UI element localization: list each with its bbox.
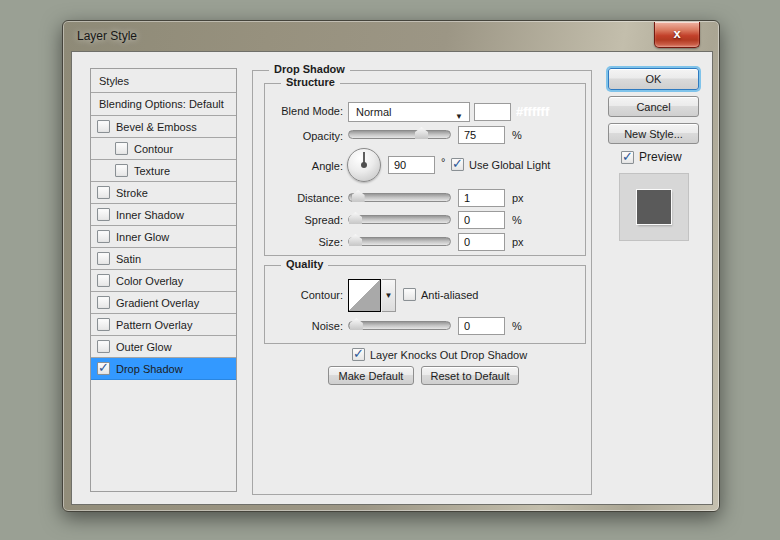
sidebar-item-label: Satin [116,253,141,265]
color-annotation: #ffffff [516,104,549,119]
distance-unit: px [512,192,524,204]
use-global-light-checkbox[interactable] [451,158,464,171]
sidebar-item-satin[interactable]: Satin [91,248,236,270]
sidebar-item-color-overlay[interactable]: Color Overlay [91,270,236,292]
sidebar-item-label: Inner Glow [116,231,169,243]
slider-knob[interactable] [350,318,363,330]
dialog-content: Styles Blending Options: Default Bevel &… [71,51,713,505]
preview-label: Preview [639,150,682,164]
style-preview-thumbnail [619,173,689,241]
checkbox[interactable] [97,208,110,221]
sidebar-item-gradient-overlay[interactable]: Gradient Overlay [91,292,236,314]
contour-thumbnail[interactable] [348,279,381,312]
checkbox[interactable] [97,186,110,199]
sidebar-item-label: Color Overlay [116,275,183,287]
noise-label: Noise: [265,320,343,332]
layer-style-dialog: Layer Style x Styles Blending Options: D… [62,20,720,512]
reset-to-default-button[interactable]: Reset to Default [421,366,519,385]
checkbox[interactable] [97,318,110,331]
sidebar-item-stroke[interactable]: Stroke [91,182,236,204]
shadow-color-swatch[interactable] [474,103,511,121]
styles-list: Styles Blending Options: Default Bevel &… [90,68,237,492]
quality-title: Quality [281,258,328,270]
sidebar-item-bevel-emboss[interactable]: Bevel & Emboss [91,116,236,138]
close-button[interactable]: x [654,22,700,48]
layer-knocks-out-checkbox[interactable] [352,348,365,361]
checkbox[interactable] [97,230,110,243]
drop-shadow-panel: Drop Shadow Structure Blend Mode: Normal… [252,70,592,495]
preview-checkbox[interactable] [621,151,634,164]
distance-label: Distance: [265,192,343,204]
noise-slider[interactable] [348,321,451,330]
sidebar-item-blending-options[interactable]: Blending Options: Default [91,93,236,116]
angle-center-dot [361,162,367,168]
slider-knob[interactable] [415,127,428,139]
blend-mode-label: Blend Mode: [265,105,343,117]
layer-knocks-out-label: Layer Knocks Out Drop Shadow [370,349,527,361]
structure-group: Structure Blend Mode: Normal ▼ #ffffff O… [264,83,586,256]
checkbox[interactable] [115,142,128,155]
ok-button[interactable]: OK [608,68,699,90]
sidebar-item-contour[interactable]: Contour [91,138,236,160]
chevron-down-icon: ▼ [455,108,463,126]
size-slider[interactable] [348,237,451,246]
sidebar-item-styles[interactable]: Styles [91,69,236,93]
sidebar-item-outer-glow[interactable]: Outer Glow [91,336,236,358]
checkbox[interactable] [97,340,110,353]
size-input[interactable] [458,233,505,251]
size-unit: px [512,236,524,248]
anti-aliased-checkbox[interactable] [403,288,416,301]
sidebar-item-inner-shadow[interactable]: Inner Shadow [91,204,236,226]
sidebar-item-label: Bevel & Emboss [116,121,197,133]
sidebar-item-label: Gradient Overlay [116,297,199,309]
sidebar-item-label: Stroke [116,187,148,199]
noise-input[interactable] [458,317,505,335]
slider-knob[interactable] [352,190,365,202]
use-global-light-label: Use Global Light [469,159,550,171]
distance-input[interactable] [458,189,505,207]
sidebar-item-drop-shadow[interactable]: Drop Shadow [91,358,236,380]
sidebar-item-pattern-overlay[interactable]: Pattern Overlay [91,314,236,336]
spread-input[interactable] [458,211,505,229]
opacity-input[interactable] [458,126,505,144]
angle-unit: ° [441,156,445,168]
sidebar-item-label: Pattern Overlay [116,319,192,331]
anti-aliased-label: Anti-aliased [421,289,478,301]
layer-knocks-out-row[interactable]: Layer Knocks Out Drop Shadow [352,348,527,361]
checkbox[interactable] [97,252,110,265]
sidebar-item-texture[interactable]: Texture [91,160,236,182]
checkbox[interactable] [97,274,110,287]
close-icon: x [673,26,680,41]
angle-label: Angle: [265,160,343,172]
sidebar-item-label: Texture [134,165,170,177]
make-default-button[interactable]: Make Default [328,366,414,385]
slider-knob[interactable] [349,234,362,246]
checkbox[interactable] [97,296,110,309]
sidebar-item-inner-glow[interactable]: Inner Glow [91,226,236,248]
new-style-button[interactable]: New Style... [608,123,699,144]
use-global-light-row[interactable]: Use Global Light [451,158,550,171]
slider-knob[interactable] [349,212,362,224]
checkbox[interactable] [97,362,110,375]
sidebar-item-label: Contour [134,143,173,155]
quality-group: Quality Contour: ▼ Anti-aliased Noise: % [264,265,586,344]
cancel-button[interactable]: Cancel [608,96,699,117]
blend-mode-value: Normal [356,106,391,118]
noise-unit: % [512,320,522,332]
spread-slider[interactable] [348,215,451,224]
sidebar-item-label: Outer Glow [116,341,172,353]
opacity-slider[interactable] [348,130,451,139]
dialog-title: Layer Style [77,29,137,43]
preview-row[interactable]: Preview [621,150,682,164]
titlebar[interactable]: Layer Style x [63,21,719,51]
contour-dropdown-arrow[interactable]: ▼ [382,279,396,312]
opacity-label: Opacity: [265,130,343,142]
angle-dial[interactable] [347,148,381,182]
blend-mode-dropdown[interactable]: Normal ▼ [348,102,470,122]
anti-aliased-row[interactable]: Anti-aliased [403,288,478,301]
checkbox[interactable] [97,120,110,133]
distance-slider[interactable] [348,193,451,202]
sidebar-item-label: Drop Shadow [116,363,183,375]
checkbox[interactable] [115,164,128,177]
angle-input[interactable] [388,156,435,174]
